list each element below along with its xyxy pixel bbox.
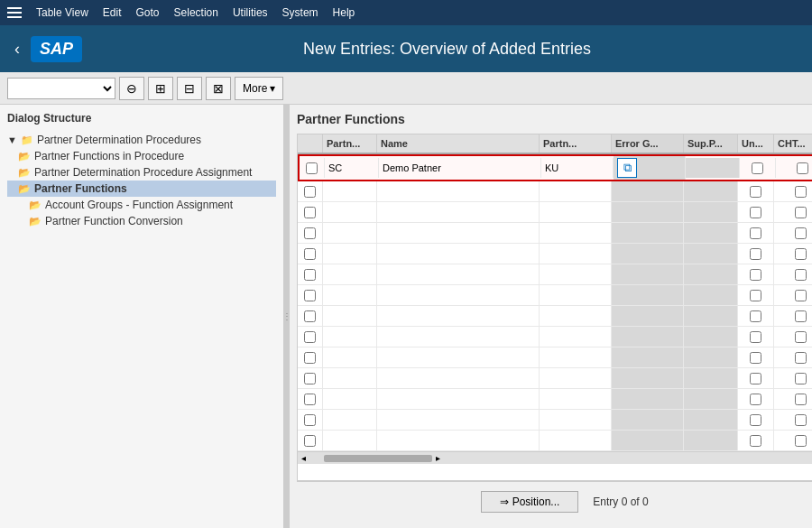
row-un-checkbox[interactable] <box>738 306 774 326</box>
row-select-checkbox[interactable] <box>298 202 323 222</box>
row-un-checkbox[interactable] <box>740 158 776 178</box>
col-header-partner[interactable]: Partn... <box>323 134 377 153</box>
row-select-checkbox[interactable] <box>298 431 323 450</box>
table-row[interactable] <box>298 264 812 285</box>
table-row[interactable] <box>298 181 812 202</box>
table-row[interactable] <box>298 389 812 410</box>
sidebar-item-partner-det-proc[interactable]: ▼ 📁 Partner Determination Procedures <box>7 132 276 148</box>
menu-item-table-view[interactable]: Table View <box>36 6 88 19</box>
menu-item-help[interactable]: Help <box>333 6 355 19</box>
row-cht-checkbox[interactable] <box>774 410 812 430</box>
scroll-thumb[interactable] <box>324 455 432 462</box>
row-name <box>377 368 540 388</box>
row-cht-checkbox[interactable] <box>774 327 812 347</box>
table-row[interactable] <box>298 202 812 223</box>
back-button[interactable]: ‹ <box>14 40 20 59</box>
row-cht-checkbox[interactable] <box>774 202 812 222</box>
col-header-un[interactable]: Un... <box>738 134 774 153</box>
row-select-checkbox[interactable] <box>298 223 323 243</box>
row-cht-checkbox[interactable] <box>774 389 812 409</box>
more-button[interactable]: More ▾ <box>235 77 283 100</box>
table-row[interactable] <box>298 410 812 431</box>
row-un-checkbox[interactable] <box>738 431 774 450</box>
row-partner2 <box>540 389 612 409</box>
row-un-checkbox[interactable] <box>738 410 774 430</box>
row-select-checkbox[interactable] <box>298 368 323 388</box>
col-header-partner2[interactable]: Partn... <box>540 134 612 153</box>
table-scrollbar[interactable]: ◂ ▸ <box>298 451 812 464</box>
col-header-sup-p[interactable]: Sup.P... <box>684 134 738 153</box>
sidebar-item-partner-det-proc-assign[interactable]: 📂 Partner Determination Procedure Assign… <box>7 164 276 181</box>
row-select-checkbox[interactable] <box>298 181 323 201</box>
row-un-checkbox[interactable] <box>738 347 774 367</box>
toolbar-btn-grid1[interactable]: ⊞ <box>148 77 173 100</box>
table-row[interactable] <box>298 285 812 306</box>
row-error-g <box>612 431 684 450</box>
row-un-checkbox[interactable] <box>738 244 774 264</box>
row-un-checkbox[interactable] <box>738 368 774 388</box>
col-header-name[interactable]: Name <box>377 134 540 153</box>
scroll-right-icon[interactable]: ▸ <box>436 453 440 463</box>
row-select-checkbox[interactable] <box>298 327 323 347</box>
row-sup-p <box>684 347 738 367</box>
table-row[interactable] <box>298 306 812 327</box>
row-un-checkbox[interactable] <box>738 223 774 243</box>
menu-item-selection[interactable]: Selection <box>174 6 218 19</box>
row-cht-checkbox[interactable] <box>774 223 812 243</box>
row-cht-checkbox[interactable] <box>774 306 812 326</box>
toolbar-btn-grid2[interactable]: ⊟ <box>177 77 202 100</box>
row-cht-checkbox[interactable] <box>774 181 812 201</box>
row-un-checkbox[interactable] <box>738 181 774 201</box>
row-name <box>377 244 540 264</box>
sidebar-item-partner-functions[interactable]: 📂 Partner Functions <box>7 181 276 197</box>
sidebar-item-account-groups-func[interactable]: 📂 Account Groups - Function Assignment <box>7 197 276 213</box>
row-un-checkbox[interactable] <box>738 285 774 305</box>
row-un-checkbox[interactable] <box>738 202 774 222</box>
row-cht-checkbox[interactable] <box>774 431 812 450</box>
sidebar-item-partner-func-in-proc[interactable]: 📂 Partner Functions in Procedure <box>7 148 276 164</box>
toolbar-select[interactable] <box>7 78 115 99</box>
menu-item-edit[interactable]: Edit <box>103 6 122 19</box>
row-select-checkbox[interactable] <box>298 264 323 284</box>
expand-icon: ▼ <box>7 134 17 145</box>
sidebar-item-partner-func-conversion[interactable]: 📂 Partner Function Conversion <box>7 213 276 229</box>
copy-icon[interactable]: ⧉ <box>617 158 637 178</box>
row-cht-checkbox[interactable] <box>776 158 812 178</box>
table-row[interactable] <box>298 347 812 368</box>
menu-item-utilities[interactable]: Utilities <box>233 6 268 19</box>
table-row[interactable] <box>298 327 812 347</box>
row-partner <box>323 244 377 264</box>
table-row[interactable]: SCDemo PatnerKU⧉ <box>298 154 812 181</box>
row-select-checkbox[interactable] <box>300 158 325 178</box>
col-header-error-g[interactable]: Error G... <box>612 134 684 153</box>
row-cht-checkbox[interactable] <box>774 347 812 367</box>
row-select-checkbox[interactable] <box>298 306 323 326</box>
more-arrow-icon: ▾ <box>270 82 275 95</box>
toolbar-btn-grid3[interactable]: ⊠ <box>206 77 231 100</box>
row-select-checkbox[interactable] <box>298 389 323 409</box>
toolbar-btn-circle[interactable]: ⊖ <box>119 77 144 100</box>
row-cht-checkbox[interactable] <box>774 244 812 264</box>
row-select-checkbox[interactable] <box>298 347 323 367</box>
row-error-g <box>612 244 684 264</box>
hamburger-icon[interactable] <box>7 7 22 18</box>
row-cht-checkbox[interactable] <box>774 285 812 305</box>
row-un-checkbox[interactable] <box>738 327 774 347</box>
row-select-checkbox[interactable] <box>298 285 323 305</box>
table-row[interactable] <box>298 223 812 244</box>
row-error-g: ⧉ <box>614 156 686 180</box>
row-un-checkbox[interactable] <box>738 264 774 284</box>
position-button[interactable]: ⇒ Position... <box>481 491 578 513</box>
table-row[interactable] <box>298 368 812 389</box>
table-row[interactable] <box>298 244 812 264</box>
table-row[interactable] <box>298 431 812 451</box>
menu-item-goto[interactable]: Goto <box>136 6 160 19</box>
scroll-left-icon[interactable]: ◂ <box>301 453 306 463</box>
row-cht-checkbox[interactable] <box>774 368 812 388</box>
row-select-checkbox[interactable] <box>298 244 323 264</box>
col-header-cht[interactable]: CHT... <box>774 134 812 153</box>
row-cht-checkbox[interactable] <box>774 264 812 284</box>
row-un-checkbox[interactable] <box>738 389 774 409</box>
menu-item-system[interactable]: System <box>282 6 318 19</box>
row-select-checkbox[interactable] <box>298 410 323 430</box>
